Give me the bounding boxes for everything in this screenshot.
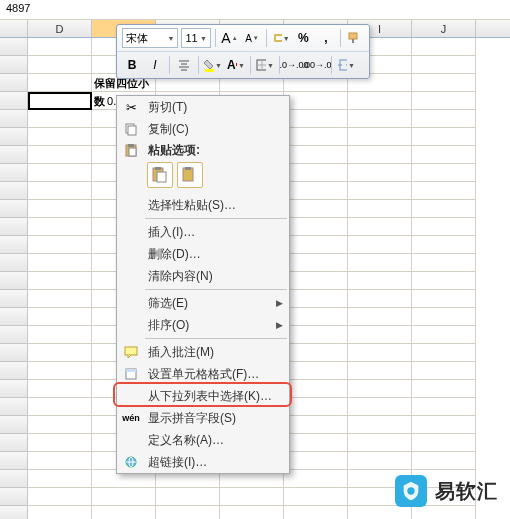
row-header[interactable] xyxy=(0,308,28,326)
menu-sort[interactable]: 排序(O)▶ xyxy=(117,314,289,336)
font-name-dropdown[interactable]: 宋体▼ xyxy=(122,28,178,48)
paste-icon xyxy=(120,141,142,159)
row-header[interactable] xyxy=(0,74,28,92)
svg-rect-17 xyxy=(129,148,136,156)
svg-rect-25 xyxy=(126,369,136,372)
comma-button[interactable]: , xyxy=(316,28,335,48)
svg-rect-8 xyxy=(205,69,214,72)
row-header[interactable] xyxy=(0,452,28,470)
font-size-dropdown[interactable]: 11▼ xyxy=(181,28,210,48)
row-header[interactable] xyxy=(0,38,28,56)
menu-hyperlink[interactable]: 超链接(I)… xyxy=(117,451,289,473)
fill-color-button[interactable]: ▼ xyxy=(203,55,223,75)
increase-decimal-button[interactable]: .0→.00 xyxy=(284,55,304,75)
svg-rect-16 xyxy=(128,144,134,147)
row-header[interactable] xyxy=(0,164,28,182)
row-header[interactable] xyxy=(0,146,28,164)
phonetic-icon: wén xyxy=(120,409,142,427)
grow-font-button[interactable]: A▲ xyxy=(220,28,239,48)
bold-button[interactable]: B xyxy=(122,55,142,75)
row-header[interactable] xyxy=(0,110,28,128)
paste-option-values[interactable] xyxy=(177,162,203,188)
menu-clear[interactable]: 清除内容(N) xyxy=(117,265,289,287)
row-header[interactable] xyxy=(0,362,28,380)
row-header[interactable] xyxy=(0,254,28,272)
copy-icon xyxy=(120,120,142,138)
svg-rect-20 xyxy=(157,172,166,182)
italic-button[interactable]: I xyxy=(145,55,165,75)
svg-rect-3 xyxy=(352,39,354,43)
row-header[interactable] xyxy=(0,290,28,308)
formula-bar[interactable]: 4897 xyxy=(0,0,510,20)
menu-insert-comment[interactable]: 插入批注(M) xyxy=(117,341,289,363)
font-color-button[interactable]: A▼ xyxy=(226,55,246,75)
format-painter-button[interactable] xyxy=(345,28,364,48)
svg-rect-14 xyxy=(128,126,136,135)
svg-rect-2 xyxy=(349,33,357,39)
context-menu: ✂ 剪切(T) 复制(C) 粘贴选项: 选择性粘贴(S)… 插入(I)… 删除(… xyxy=(116,95,290,474)
watermark-text: 易软汇 xyxy=(435,478,498,505)
scissors-icon: ✂ xyxy=(120,98,142,116)
borders-button[interactable]: ▼ xyxy=(255,55,275,75)
mini-toolbar: 宋体▼ 11▼ A▲ A▼ ▼ % , B I ▼ A▼ ▼ .0→.00 .0… xyxy=(116,24,370,79)
row-header[interactable] xyxy=(0,506,28,519)
row-header[interactable] xyxy=(0,416,28,434)
shrink-font-button[interactable]: A▼ xyxy=(242,28,261,48)
paste-option-all[interactable] xyxy=(147,162,173,188)
percent-button[interactable]: % xyxy=(294,28,313,48)
select-all-corner[interactable] xyxy=(0,20,28,37)
svg-rect-19 xyxy=(155,167,161,170)
watermark-logo-icon xyxy=(395,475,427,507)
align-center-button[interactable] xyxy=(174,55,194,75)
comment-icon xyxy=(120,343,142,361)
svg-rect-1 xyxy=(276,36,282,40)
menu-insert[interactable]: 插入(I)… xyxy=(117,221,289,243)
decrease-decimal-button[interactable]: .00→.0 xyxy=(307,55,327,75)
menu-show-phonetic[interactable]: wén 显示拼音字段(S) xyxy=(117,407,289,429)
menu-define-name[interactable]: 定义名称(A)… xyxy=(117,429,289,451)
svg-rect-22 xyxy=(185,167,191,170)
menu-paste-special[interactable]: 选择性粘贴(S)… xyxy=(117,194,289,216)
chevron-right-icon: ▶ xyxy=(276,298,283,308)
menu-delete[interactable]: 删除(D)… xyxy=(117,243,289,265)
merge-button[interactable]: ▼ xyxy=(336,55,356,75)
format-cells-icon xyxy=(120,365,142,383)
svg-point-29 xyxy=(407,487,414,494)
row-header[interactable] xyxy=(0,56,28,74)
row-header[interactable] xyxy=(0,182,28,200)
row-header[interactable] xyxy=(0,470,28,488)
svg-rect-23 xyxy=(125,347,137,355)
col-header-d[interactable]: D xyxy=(28,20,92,37)
col-header-j[interactable]: J xyxy=(412,20,476,37)
row-header[interactable] xyxy=(0,344,28,362)
row-header[interactable] xyxy=(0,326,28,344)
menu-cut[interactable]: ✂ 剪切(T) xyxy=(117,96,289,118)
menu-paste-header: 粘贴选项: xyxy=(117,140,289,160)
row-header[interactable] xyxy=(0,398,28,416)
watermark: 易软汇 xyxy=(395,475,498,507)
row-header[interactable] xyxy=(0,488,28,506)
row-header[interactable] xyxy=(0,218,28,236)
row-header[interactable] xyxy=(0,380,28,398)
menu-format-cells[interactable]: 设置单元格格式(F)… xyxy=(117,363,289,385)
currency-button[interactable]: ▼ xyxy=(271,28,291,48)
chevron-right-icon: ▶ xyxy=(276,320,283,330)
row-header[interactable] xyxy=(0,128,28,146)
row-header[interactable] xyxy=(0,92,28,110)
row-header[interactable] xyxy=(0,434,28,452)
menu-copy[interactable]: 复制(C) xyxy=(117,118,289,140)
row-header[interactable] xyxy=(0,200,28,218)
row-header[interactable] xyxy=(0,236,28,254)
paste-options-row xyxy=(117,160,289,194)
menu-pick-from-list[interactable]: 从下拉列表中选择(K)… xyxy=(117,385,289,407)
formula-bar-value: 4897 xyxy=(6,2,30,14)
hyperlink-icon xyxy=(120,453,142,471)
menu-filter[interactable]: 筛选(E)▶ xyxy=(117,292,289,314)
row-header[interactable] xyxy=(0,272,28,290)
